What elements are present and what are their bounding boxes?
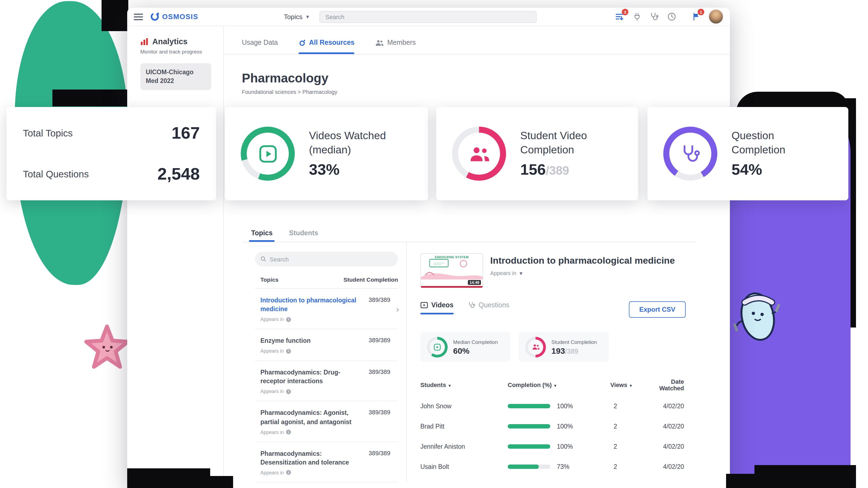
tab-all-resources[interactable]: All Resources: [299, 39, 354, 54]
stethoscope-icon: [468, 301, 475, 309]
topic-item-title: Introduction to pharmacological medicine: [260, 296, 358, 313]
info-icon[interactable]: i: [286, 349, 291, 354]
people-icon: [525, 337, 546, 357]
appears-in-label: Appears in: [260, 470, 284, 476]
progress-bar-fill: [508, 444, 550, 449]
chevron-right-icon: ›: [396, 304, 399, 313]
sort-caret-icon: ▼: [553, 384, 557, 388]
export-csv-button[interactable]: Export CSV: [629, 301, 686, 318]
topic-item-appears: Appears in i: [260, 470, 358, 476]
header-views[interactable]: Views▼: [610, 382, 649, 388]
topic-item-completion: 389/389: [369, 368, 390, 375]
total-topics-row: Total Topics 167: [23, 123, 200, 143]
chip-value-total: /389: [565, 347, 579, 355]
osmosis-mini-icon: [299, 39, 306, 46]
card-text: Student Video Completion 156/389: [520, 129, 605, 179]
completion-cell: 100%: [508, 423, 610, 429]
total-questions-value: 2,548: [157, 164, 200, 184]
thumbnail-illustration: [421, 259, 483, 279]
video-progress-bar: [421, 286, 483, 288]
header-students[interactable]: Students▼: [420, 382, 508, 388]
topic-search[interactable]: [255, 252, 398, 266]
topic-list-item[interactable]: Introduction to pharmacological medicine…: [255, 289, 398, 329]
student-video-completion-card: Student Video Completion 156/389: [436, 107, 638, 200]
tab-members[interactable]: Members: [375, 39, 416, 54]
app-window: OSMOSIS Topics ▼ 3: [127, 8, 730, 488]
topic-item-title: Enzyme function: [260, 336, 358, 345]
question-completion-donut: [663, 127, 717, 181]
members-icon: [375, 39, 384, 46]
osmosis-logo[interactable]: OSMOSIS: [150, 12, 198, 21]
topic-item-title: Pharmacodynamics: Drug-receptor interact…: [260, 368, 358, 386]
sidebar-item-analytics[interactable]: Analytics: [140, 37, 217, 46]
progress-bar-fill: [508, 404, 550, 408]
question-completion-card: Question Completion 54%: [647, 107, 848, 200]
stat-value: 156/389: [520, 161, 605, 178]
completion-cell: 100%: [508, 403, 610, 409]
detail-title: Introduction to pharmacological medicine: [490, 255, 675, 266]
chip-value: 193/389: [551, 346, 597, 355]
logo-text: OSMOSIS: [162, 12, 198, 21]
progress-bar-track: [508, 464, 550, 469]
topic-item-completion: 389/389: [369, 408, 390, 416]
tab-students[interactable]: Students: [289, 229, 318, 242]
hamburger-menu-icon[interactable]: [134, 13, 143, 20]
video-icon: [420, 301, 428, 309]
top-navbar: OSMOSIS Topics ▼ 3: [127, 8, 730, 26]
student-donut: [525, 337, 546, 357]
user-avatar[interactable]: [709, 9, 723, 24]
table-row: Jennifer Aniston 100% 2 4/02/20: [420, 436, 696, 456]
tab-label: All Resources: [309, 39, 354, 47]
progress-bar-fill: [508, 464, 539, 469]
tab-topics[interactable]: Topics: [251, 229, 273, 242]
totals-card: Total Topics 167 Total Questions 2,548: [6, 107, 216, 200]
info-icon[interactable]: i: [286, 470, 291, 475]
page: OSMOSIS Topics ▼ 3: [0, 0, 868, 488]
tab-usage-data[interactable]: Usage Data: [242, 39, 278, 54]
topic-list-item[interactable]: Pharmacodynamics: Agonist, partial agoni…: [255, 401, 398, 442]
pixel-shadow: [53, 90, 128, 106]
info-icon[interactable]: i: [286, 389, 291, 394]
topic-list-item[interactable]: Pharmacodynamics: Desensitization and to…: [255, 442, 398, 482]
breadcrumb[interactable]: Foundational sciences > Pharmacology: [242, 89, 696, 95]
header-completion[interactable]: Completion (%)▼: [508, 382, 610, 388]
student-name: Usain Bolt: [420, 463, 508, 470]
plug-icon[interactable]: [633, 12, 642, 21]
global-search-input[interactable]: [319, 11, 537, 23]
topics-dropdown[interactable]: Topics ▼: [284, 13, 310, 21]
starfish-character: [82, 322, 132, 375]
col-topics-label: Topics: [260, 276, 278, 283]
info-icon[interactable]: i: [286, 317, 291, 322]
tab-questions[interactable]: Questions: [468, 301, 509, 314]
views-count: 2: [610, 463, 649, 470]
stethoscope-icon: [663, 127, 717, 181]
sidebar-item-class[interactable]: UICOM-Chicago Med 2022: [140, 63, 211, 90]
progress-bar-track: [508, 424, 550, 428]
notification-badge: 1: [698, 9, 704, 15]
topic-list-item[interactable]: Pharmacodynamics: Drug-receptor interact…: [255, 361, 398, 401]
topic-item-appears: Appears in i: [260, 348, 358, 354]
views-count: 2: [610, 443, 649, 450]
topic-list-column: Topics Student Completion Introduction t…: [242, 242, 407, 483]
clock-icon[interactable]: [667, 12, 676, 21]
tab-videos[interactable]: Videos: [420, 301, 454, 314]
page-title: Pharmacology: [242, 71, 696, 86]
stethoscope-icon[interactable]: [650, 12, 659, 21]
playlist-queue-icon[interactable]: 3: [615, 12, 624, 21]
topic-list-item[interactable]: Enzyme function Appears in i 389/389: [255, 329, 398, 361]
video-thumbnail[interactable]: ENDOCRINE SYSTEM 14:49: [420, 253, 483, 288]
detail-appears-dropdown[interactable]: Appears in ▼: [490, 270, 675, 276]
student-completion-chip: Student Completion 193/389: [519, 332, 609, 362]
info-icon[interactable]: i: [286, 430, 291, 434]
card-text: Videos Watched (median) 33%: [309, 129, 394, 179]
stat-value: 33%: [309, 161, 394, 178]
flag-icon[interactable]: 1: [692, 12, 701, 21]
median-completion-chip: Median Completion 60%: [420, 332, 510, 362]
progress-bar-fill: [508, 424, 550, 428]
notification-badge: 3: [622, 9, 628, 15]
stat-value-total: /389: [546, 163, 569, 177]
progress-bar-track: [508, 444, 550, 449]
topic-search-input[interactable]: [270, 256, 393, 262]
completion-percent: 73%: [557, 463, 569, 470]
topic-item-title: Pharmacodynamics: Desensitization and to…: [260, 449, 358, 466]
